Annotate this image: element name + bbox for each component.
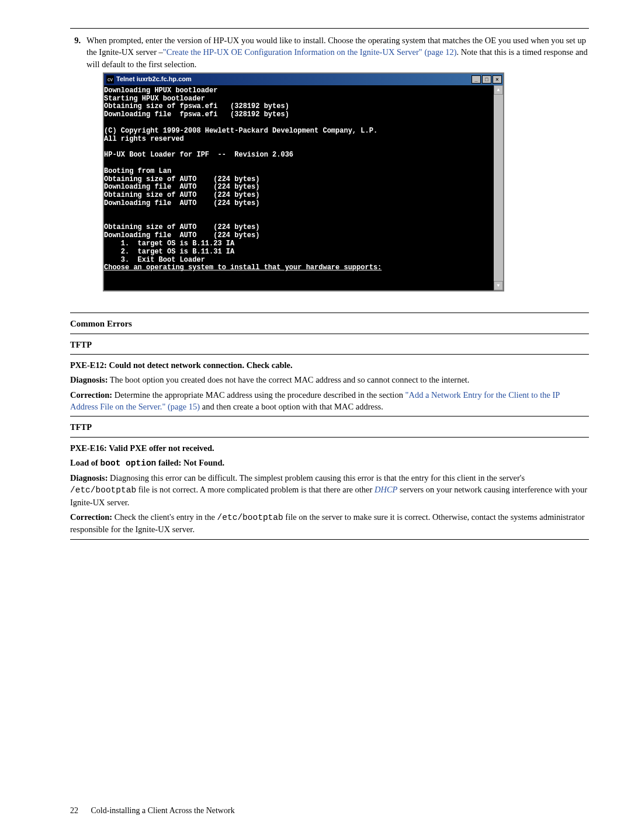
mono-etc-bootptab: /etc/bootptab: [70, 485, 136, 495]
correction-label: Correction:: [70, 390, 112, 400]
close-button[interactable]: ×: [493, 75, 502, 84]
section-rule: [70, 334, 589, 334]
step-number: 9.: [70, 34, 81, 303]
error-e12-diagnosis: Diagnosis: The boot option you created d…: [70, 374, 589, 386]
diagnosis-label: Diagnosis:: [70, 473, 108, 483]
terminal-title: Telnet iuxrb2c.fc.hp.com: [116, 75, 192, 84]
terminal-titlebar: cv Telnet iuxrb2c.fc.hp.com _ □ ×: [104, 74, 503, 85]
step-9: 9. When prompted, enter the version of H…: [70, 34, 589, 303]
common-errors-heading: Common Errors: [70, 318, 589, 330]
error-e12-correction: Correction: Determine the appropriate MA…: [70, 389, 589, 413]
mono-boot-option: boot option: [100, 459, 157, 468]
link-create-oe-config[interactable]: "Create the HP-UX OE Configuration Infor…: [163, 47, 457, 57]
section-rule: [70, 313, 589, 313]
scroll-down-icon[interactable]: ▼: [494, 281, 503, 290]
scrollbar[interactable]: ▲ ▼: [494, 85, 503, 290]
terminal-body: Downloading HPUX bootloader Starting HPU…: [104, 85, 503, 290]
tftp-heading-2: TFTP: [70, 421, 589, 433]
correction-label: Correction:: [70, 512, 112, 522]
section-rule: [70, 416, 589, 416]
maximize-button[interactable]: □: [482, 75, 491, 84]
error-e16-correction: Correction: Check the client's entry in …: [70, 511, 589, 536]
step-body: When prompted, enter the version of HP-U…: [86, 34, 589, 303]
terminal-window: cv Telnet iuxrb2c.fc.hp.com _ □ × Downlo…: [103, 72, 504, 291]
terminal-prompt: Choose an operating system to install th…: [104, 263, 382, 272]
error-e16-title: PXE-E16: Valid PXE offer not received.: [70, 442, 589, 454]
error-e16-load: Load of boot option failed: Not Found.: [70, 457, 589, 469]
page-top-rule: [70, 28, 589, 29]
terminal-output: Downloading HPUX bootloader Starting HPU…: [104, 86, 377, 264]
section-rule: [70, 354, 589, 355]
diagnosis-label: Diagnosis:: [70, 375, 108, 384]
error-e12-title: PXE-E12: Could not detect network connec…: [70, 359, 589, 371]
tftp-heading-1: TFTP: [70, 339, 589, 350]
scroll-up-icon[interactable]: ▲: [494, 85, 503, 95]
section-rule: [70, 539, 589, 540]
mono-etc-bootptab-2: /etc/bootptab: [217, 513, 283, 522]
error-e16-diagnosis: Diagnosis: Diagnosing this error can be …: [70, 472, 589, 508]
terminal-app-icon: cv: [106, 75, 114, 84]
minimize-button[interactable]: _: [471, 75, 481, 84]
link-dhcp-glossary[interactable]: DHCP: [375, 485, 397, 494]
section-rule: [70, 437, 589, 438]
